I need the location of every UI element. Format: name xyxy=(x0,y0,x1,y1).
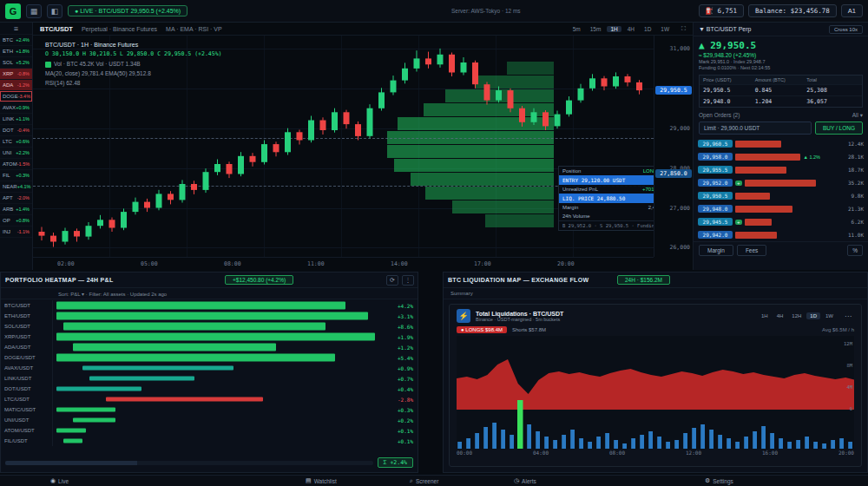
heatmap-value: +0.1% xyxy=(388,438,418,444)
more-options-icon[interactable]: ⋮ xyxy=(402,275,414,286)
refresh-icon[interactable]: ⟳ xyxy=(386,275,398,286)
order-book-row[interactable]: 29,950.59.8K xyxy=(694,189,868,202)
grid-layout-icon[interactable]: ▦ xyxy=(26,4,42,18)
heatmap-row[interactable]: ETH/USDT+3.1% xyxy=(1,311,418,321)
watchlist-item[interactable]: DOGE-3.4% xyxy=(0,91,32,102)
watchlist-item[interactable]: LTC+0.6% xyxy=(0,136,32,148)
timeframe-1w[interactable]: 1W xyxy=(657,26,673,32)
heatmap-bar-track xyxy=(56,425,385,436)
fees-button[interactable]: Fees xyxy=(737,245,766,256)
watchlist-item[interactable]: APT-2.0% xyxy=(0,193,32,204)
menu-icon[interactable]: ≡ xyxy=(0,23,32,35)
heatmap-row[interactable]: FIL/USDT+0.1% xyxy=(1,436,418,446)
footer-item-settings[interactable]: ⚙Settings xyxy=(705,477,733,484)
order-book-row[interactable]: 29,955.518.7K xyxy=(694,163,868,176)
heatmap-row[interactable]: XRP/USDT+1.9% xyxy=(1,332,418,342)
summary-tab[interactable]: Summary xyxy=(444,288,867,299)
liq-tab-1d[interactable]: 1D xyxy=(806,312,820,319)
buy-long-button[interactable]: BUY / LONG xyxy=(815,122,863,135)
mini-table-row[interactable]: 29,948.01.20436,057 xyxy=(700,95,862,107)
heatmap-row[interactable]: ATOM/USDT+0.1% xyxy=(1,425,418,436)
watchlist-item[interactable]: ETH+1.8% xyxy=(0,46,32,57)
watchlist-item[interactable]: NEAR+4.1% xyxy=(0,181,32,193)
watchlist-item[interactable]: LINK+1.1% xyxy=(0,114,32,125)
timeframe-5m[interactable]: 5m xyxy=(569,26,584,32)
margin-mode-chip[interactable]: Cross 10x xyxy=(829,25,863,34)
portfolio-scrollbar[interactable] xyxy=(5,461,373,465)
footer-item-live[interactable]: ◉Live xyxy=(50,477,69,484)
watchlist-symbol: INJ xyxy=(3,229,10,234)
timeframe-1h[interactable]: 1H xyxy=(607,26,621,32)
timeframe-4h[interactable]: 4H xyxy=(624,26,638,32)
time-axis-label: 17:00 xyxy=(474,260,491,267)
watchlist-symbol: ADA xyxy=(3,82,13,88)
order-price-input[interactable]: Limit · 29,900.0 USDT xyxy=(699,122,812,135)
order-book-row[interactable]: 29,942.011.0K xyxy=(694,228,868,241)
portfolio-toolbar[interactable]: Sort: P&L ▾ · Filter: All assets · Updat… xyxy=(1,288,418,299)
watchlist-icon: ▤ xyxy=(306,477,312,484)
heatmap-row[interactable]: DOGE/USDT+5.4% xyxy=(1,352,418,363)
heatmap-row[interactable]: MATIC/USDT+0.3% xyxy=(1,404,418,415)
price-axis[interactable]: 31,00030,00029,00028,00027,00026,00029,9… xyxy=(654,36,693,257)
chart-symbol[interactable]: BTC/USDT xyxy=(40,25,73,33)
timeframe-15m[interactable]: 15m xyxy=(587,26,605,32)
heatmap-row[interactable]: BTC/USDT+4.2% xyxy=(1,300,418,311)
watchlist-item[interactable]: AVAX+0.9% xyxy=(0,102,32,114)
heatmap-row[interactable]: ADA/USDT+1.2% xyxy=(1,342,418,352)
fullscreen-icon[interactable]: ⛶ xyxy=(681,25,686,32)
liq-tab-12h[interactable]: 12H xyxy=(788,312,805,319)
heatmap-row[interactable]: SOL/USDT+8.6% xyxy=(1,321,418,332)
gas-chip[interactable]: ⛽ 6,751 xyxy=(699,4,744,17)
heatmap-row[interactable]: DOT/USDT+0.4% xyxy=(1,384,418,394)
watchlist-item[interactable]: XRP-0.8% xyxy=(0,69,32,80)
heatmap-row[interactable]: LINK/USDT+0.7% xyxy=(1,373,418,384)
heatmap-row[interactable]: AVAX/USDT+0.9% xyxy=(1,363,418,373)
watchlist-item[interactable]: OP+0.8% xyxy=(0,215,32,227)
order-book-row[interactable]: 29,952.0+35.2K xyxy=(694,176,868,189)
liquidation-card-header: ⚡ Total Liquidations · BTC/USDT Binance … xyxy=(450,305,861,325)
heatmap-row[interactable]: LTC/USDT-2.8% xyxy=(1,394,418,404)
heatmap-label: ATOM/USDT xyxy=(1,425,53,436)
order-book-row[interactable]: 29,945.5+6.2K xyxy=(694,215,868,228)
scrollbar-thumb[interactable] xyxy=(5,461,137,465)
liq-tab-1w[interactable]: 1W xyxy=(822,312,837,319)
watchlist-item[interactable]: INJ-1.1% xyxy=(0,227,32,238)
watchlist-item[interactable]: ADA-1.2% xyxy=(0,80,32,91)
percent-toggle[interactable]: % xyxy=(847,245,863,256)
order-book-row[interactable]: 29,958.0▲ 1.2%28.1K xyxy=(694,150,868,163)
layers-icon[interactable]: ◧ xyxy=(47,4,62,18)
pair-dropdown[interactable]: ▼ BTC/USDT Perp xyxy=(699,26,751,32)
liquidation-plot[interactable]: 12M8M4M0 xyxy=(457,336,854,449)
time-axis[interactable]: 02:0005:0008:0011:0014:0017:0020:00 xyxy=(33,257,654,270)
chart-plot[interactable]: BTC/USDT · 1H · Binance Futures O 30,150… xyxy=(33,36,654,257)
heatmap-label: UNI/USDT xyxy=(1,415,53,425)
watchlist-item[interactable]: BTC+2.4% xyxy=(0,35,32,46)
order-book-row[interactable]: 29,948.021.3K xyxy=(694,202,868,215)
watchlist-item[interactable]: ATOM-1.5% xyxy=(0,159,32,170)
profile-chip[interactable]: A1 xyxy=(841,4,863,17)
heatmap-row[interactable]: UNI/USDT+0.2% xyxy=(1,415,418,425)
heatmap-value: +4.2% xyxy=(388,303,418,309)
card-title: Total Liquidations · BTC/USDT xyxy=(476,311,563,317)
liq-x-label: 00:00 xyxy=(457,450,472,456)
orders-filter-dropdown[interactable]: All ▾ xyxy=(852,112,863,119)
footer-item-alerts[interactable]: ◷Alerts xyxy=(514,477,536,484)
liq-tab-1h[interactable]: 1H xyxy=(758,312,772,319)
mini-table-row[interactable]: 29,950.50.84525,308 xyxy=(700,84,862,95)
footer-item-watchlist[interactable]: ▤Watchlist xyxy=(306,477,337,484)
watchlist-item[interactable]: UNI+2.2% xyxy=(0,148,32,159)
chart-indicators[interactable]: MA · EMA · RSI · VP xyxy=(166,26,222,32)
live-icon: ◉ xyxy=(50,477,56,484)
balance-chip[interactable]: Balance: $23,456.78 xyxy=(748,4,837,17)
watchlist-item[interactable]: ARB+1.4% xyxy=(0,204,32,215)
watchlist-change: +1.4% xyxy=(16,207,30,212)
watchlist-item[interactable]: FIL+0.3% xyxy=(0,170,32,181)
card-more-icon[interactable]: ⋯ xyxy=(842,312,854,320)
watchlist-item[interactable]: DOT-0.4% xyxy=(0,125,32,136)
margin-button[interactable]: Margin xyxy=(699,245,733,256)
liq-tab-4h[interactable]: 4H xyxy=(773,312,787,319)
timeframe-1d[interactable]: 1D xyxy=(641,26,654,32)
order-book-row[interactable]: 29,960.512.4K xyxy=(694,137,868,150)
watchlist-item[interactable]: SOL+5.2% xyxy=(0,57,32,69)
footer-item-screener[interactable]: ⌕Screener xyxy=(410,477,438,484)
